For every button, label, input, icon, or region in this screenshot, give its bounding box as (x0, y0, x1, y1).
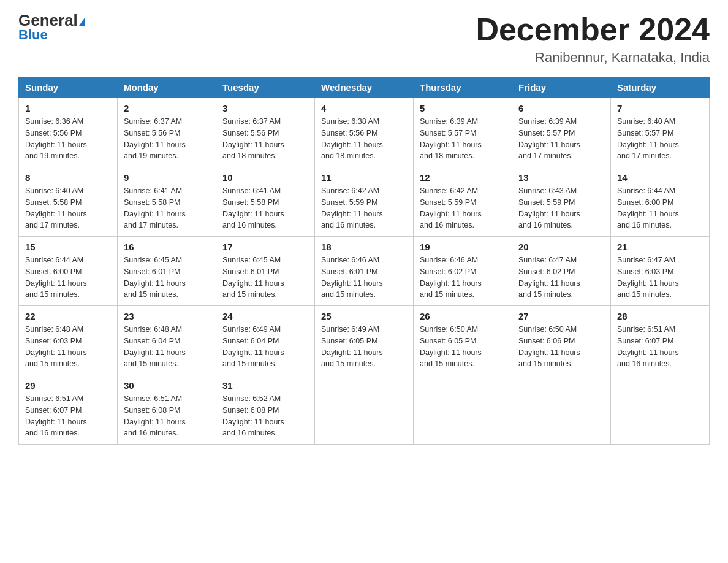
day-info: Sunrise: 6:37 AMSunset: 5:56 PMDaylight:… (222, 116, 308, 162)
day-cell: 29Sunrise: 6:51 AMSunset: 6:07 PMDayligh… (19, 375, 118, 445)
day-cell: 2Sunrise: 6:37 AMSunset: 5:56 PMDaylight… (118, 98, 216, 167)
day-number: 9 (124, 172, 210, 183)
day-info: Sunrise: 6:40 AMSunset: 5:58 PMDaylight:… (25, 185, 111, 231)
day-number: 4 (321, 103, 407, 113)
day-cell: 11Sunrise: 6:42 AMSunset: 5:59 PMDayligh… (315, 167, 414, 237)
day-number: 8 (25, 172, 111, 183)
logo-blue-text: Blue (18, 27, 48, 43)
day-info: Sunrise: 6:49 AMSunset: 6:04 PMDaylight:… (222, 324, 308, 370)
header-friday: Friday (512, 77, 611, 98)
day-number: 26 (420, 311, 506, 321)
day-cell (315, 375, 414, 445)
day-cell: 6Sunrise: 6:39 AMSunset: 5:57 PMDaylight… (512, 98, 611, 167)
header-tuesday: Tuesday (216, 77, 315, 98)
day-info: Sunrise: 6:47 AMSunset: 6:03 PMDaylight:… (617, 255, 703, 301)
day-info: Sunrise: 6:48 AMSunset: 6:03 PMDaylight:… (25, 324, 111, 370)
day-info: Sunrise: 6:40 AMSunset: 5:57 PMDaylight:… (617, 116, 703, 162)
day-cell: 25Sunrise: 6:49 AMSunset: 6:05 PMDayligh… (315, 306, 414, 375)
day-number: 14 (617, 172, 703, 183)
day-cell: 20Sunrise: 6:47 AMSunset: 6:02 PMDayligh… (512, 237, 611, 306)
logo: General Blue (18, 12, 85, 43)
header-sunday: Sunday (19, 77, 118, 98)
day-info: Sunrise: 6:50 AMSunset: 6:06 PMDaylight:… (518, 324, 604, 370)
day-number: 19 (420, 242, 506, 252)
header-wednesday: Wednesday (315, 77, 414, 98)
day-number: 6 (518, 103, 604, 113)
day-info: Sunrise: 6:47 AMSunset: 6:02 PMDaylight:… (518, 255, 604, 301)
day-info: Sunrise: 6:39 AMSunset: 5:57 PMDaylight:… (518, 116, 604, 162)
day-info: Sunrise: 6:44 AMSunset: 6:00 PMDaylight:… (617, 185, 703, 231)
day-cell: 3Sunrise: 6:37 AMSunset: 5:56 PMDaylight… (216, 98, 315, 167)
day-number: 3 (222, 103, 308, 113)
day-cell (611, 375, 710, 445)
page-header: General Blue December 2024 Ranibennur, K… (18, 12, 710, 66)
day-cell: 5Sunrise: 6:39 AMSunset: 5:57 PMDaylight… (414, 98, 512, 167)
day-cell (414, 375, 512, 445)
day-cell: 1Sunrise: 6:36 AMSunset: 5:56 PMDaylight… (19, 98, 118, 167)
day-number: 1 (25, 103, 111, 113)
day-info: Sunrise: 6:41 AMSunset: 5:58 PMDaylight:… (124, 185, 210, 231)
day-cell: 7Sunrise: 6:40 AMSunset: 5:57 PMDaylight… (611, 98, 710, 167)
header-monday: Monday (118, 77, 216, 98)
day-number: 27 (518, 311, 604, 321)
day-info: Sunrise: 6:39 AMSunset: 5:57 PMDaylight:… (420, 116, 506, 162)
day-number: 2 (124, 103, 210, 113)
day-number: 13 (518, 172, 604, 183)
day-cell: 23Sunrise: 6:48 AMSunset: 6:04 PMDayligh… (118, 306, 216, 375)
day-cell: 27Sunrise: 6:50 AMSunset: 6:06 PMDayligh… (512, 306, 611, 375)
day-cell: 10Sunrise: 6:41 AMSunset: 5:58 PMDayligh… (216, 167, 315, 237)
header-saturday: Saturday (611, 77, 710, 98)
day-number: 17 (222, 242, 308, 252)
day-cell: 30Sunrise: 6:51 AMSunset: 6:08 PMDayligh… (118, 375, 216, 445)
day-info: Sunrise: 6:51 AMSunset: 6:07 PMDaylight:… (617, 324, 703, 370)
day-number: 30 (124, 380, 210, 391)
day-number: 22 (25, 311, 111, 321)
day-number: 16 (124, 242, 210, 252)
day-number: 23 (124, 311, 210, 321)
day-cell: 4Sunrise: 6:38 AMSunset: 5:56 PMDaylight… (315, 98, 414, 167)
day-cell: 17Sunrise: 6:45 AMSunset: 6:01 PMDayligh… (216, 237, 315, 306)
day-cell: 24Sunrise: 6:49 AMSunset: 6:04 PMDayligh… (216, 306, 315, 375)
day-number: 29 (25, 380, 111, 391)
day-number: 15 (25, 242, 111, 252)
day-info: Sunrise: 6:42 AMSunset: 5:59 PMDaylight:… (321, 185, 407, 231)
header-right: December 2024 Ranibennur, Karnataka, Ind… (476, 12, 710, 66)
day-number: 25 (321, 311, 407, 321)
day-info: Sunrise: 6:43 AMSunset: 5:59 PMDaylight:… (518, 185, 604, 231)
logo-triangle-icon (79, 17, 85, 26)
day-info: Sunrise: 6:50 AMSunset: 6:05 PMDaylight:… (420, 324, 506, 370)
day-number: 7 (617, 103, 703, 113)
day-info: Sunrise: 6:37 AMSunset: 5:56 PMDaylight:… (124, 116, 210, 162)
week-row-3: 15Sunrise: 6:44 AMSunset: 6:00 PMDayligh… (19, 237, 710, 306)
week-row-5: 29Sunrise: 6:51 AMSunset: 6:07 PMDayligh… (19, 375, 710, 445)
day-info: Sunrise: 6:51 AMSunset: 6:08 PMDaylight:… (124, 393, 210, 439)
month-title: December 2024 (476, 12, 710, 47)
day-cell: 26Sunrise: 6:50 AMSunset: 6:05 PMDayligh… (414, 306, 512, 375)
day-cell: 31Sunrise: 6:52 AMSunset: 6:08 PMDayligh… (216, 375, 315, 445)
day-cell: 22Sunrise: 6:48 AMSunset: 6:03 PMDayligh… (19, 306, 118, 375)
day-cell: 12Sunrise: 6:42 AMSunset: 5:59 PMDayligh… (414, 167, 512, 237)
day-info: Sunrise: 6:48 AMSunset: 6:04 PMDaylight:… (124, 324, 210, 370)
day-info: Sunrise: 6:45 AMSunset: 6:01 PMDaylight:… (124, 255, 210, 301)
header-thursday: Thursday (414, 77, 512, 98)
location-title: Ranibennur, Karnataka, India (476, 50, 710, 66)
day-number: 11 (321, 172, 407, 183)
day-info: Sunrise: 6:38 AMSunset: 5:56 PMDaylight:… (321, 116, 407, 162)
day-number: 18 (321, 242, 407, 252)
day-number: 10 (222, 172, 308, 183)
day-info: Sunrise: 6:41 AMSunset: 5:58 PMDaylight:… (222, 185, 308, 231)
day-info: Sunrise: 6:42 AMSunset: 5:59 PMDaylight:… (420, 185, 506, 231)
weekday-header-row: SundayMondayTuesdayWednesdayThursdayFrid… (19, 77, 710, 98)
day-cell: 21Sunrise: 6:47 AMSunset: 6:03 PMDayligh… (611, 237, 710, 306)
day-number: 20 (518, 242, 604, 252)
day-cell: 13Sunrise: 6:43 AMSunset: 5:59 PMDayligh… (512, 167, 611, 237)
day-number: 31 (222, 380, 308, 391)
day-cell: 15Sunrise: 6:44 AMSunset: 6:00 PMDayligh… (19, 237, 118, 306)
calendar-table: SundayMondayTuesdayWednesdayThursdayFrid… (18, 77, 710, 445)
day-number: 12 (420, 172, 506, 183)
day-info: Sunrise: 6:49 AMSunset: 6:05 PMDaylight:… (321, 324, 407, 370)
day-info: Sunrise: 6:51 AMSunset: 6:07 PMDaylight:… (25, 393, 111, 439)
week-row-1: 1Sunrise: 6:36 AMSunset: 5:56 PMDaylight… (19, 98, 710, 167)
day-info: Sunrise: 6:45 AMSunset: 6:01 PMDaylight:… (222, 255, 308, 301)
day-cell: 16Sunrise: 6:45 AMSunset: 6:01 PMDayligh… (118, 237, 216, 306)
